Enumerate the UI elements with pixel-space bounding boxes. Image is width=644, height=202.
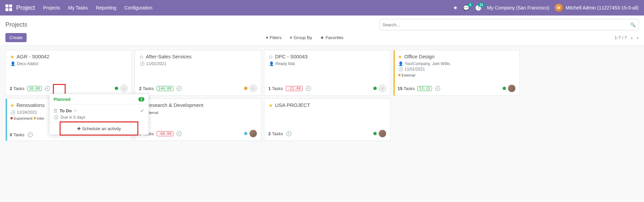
hours-badge: 144:00 [157,86,173,91]
star-icon[interactable]: ★ [10,54,14,60]
favorites-button[interactable]: ★Favorites [320,35,343,40]
activity-clock-icon[interactable]: 🕘 [27,132,33,137]
star-icon[interactable]: ☆ [268,54,273,60]
nav-configuration[interactable]: Configuration [124,5,152,10]
tag-dot [10,117,13,119]
pager-text: 1-7 / 7 [614,35,627,40]
clock-icon: 🕓 [398,67,403,71]
project-tags: Internal [146,111,257,115]
person-icon: 👤 [269,61,274,66]
person-icon: 👤 [10,61,15,66]
nav-my-tasks[interactable]: My Tasks [68,5,88,10]
avatar-icon[interactable]: ☺ [379,85,386,92]
hours-badge: -22:00 [286,86,303,91]
avatar-icon[interactable] [249,130,257,137]
activity-clock-icon[interactable]: 🕘 [435,86,440,91]
filter-icon: ▾ [266,35,268,40]
activity-popover: Planned 1 ☲ To Do ✎ ✔ 🕓 Due in 5 days ✚ … [49,94,149,135]
filters-button[interactable]: ▾Filters [266,35,281,40]
star-icon[interactable]: ★ [398,54,402,60]
search-input[interactable] [382,20,630,30]
project-card[interactable]: ★ AGR - S00042 👤 Deco Addict 2 Tasks 30:… [5,50,132,96]
project-date: 🕓 11/01/2021 [140,61,257,66]
search-icon[interactable]: 🔍 [630,22,636,27]
activity-clock-icon[interactable]: 🕘 [305,86,311,91]
pager-next-icon[interactable]: › [637,35,639,41]
avatar-icon[interactable] [379,130,386,137]
list-icon: ☲ [54,108,58,113]
nav-projects[interactable]: Projects [43,5,60,10]
user-name: Mitchell Admin (11227453-15-0-all) [566,5,639,10]
activity-clock-icon[interactable]: 🕘 [176,131,182,136]
project-date: 🕓 11/01/2021 [398,67,515,71]
groupby-icon: ≡ [290,35,292,40]
task-count[interactable]: 15 Tasks [398,86,415,91]
project-card[interactable]: ★ Research & Development Internal 2 Task… [135,98,261,141]
clock-icon: 🕓 [10,110,15,115]
star-icon[interactable]: ★ [268,102,273,109]
activity-clock-icon[interactable]: 🕘 [286,131,292,136]
avatar-icon[interactable] [508,85,515,92]
project-title: USA PROJECT [275,102,310,108]
activity-clock-icon[interactable]: 🕘 [44,86,50,91]
messages-badge: 5 [468,3,473,7]
project-card[interactable]: ★ USA PROJECT 2 Tasks 🕘 [264,98,391,141]
company-switcher[interactable]: My Company (San Francisco) [487,5,549,10]
done-icon[interactable]: ✔ [140,108,144,114]
plus-icon: ✚ [77,126,81,131]
project-title: Office Design [404,54,435,59]
project-tags: External [398,73,515,77]
search-box[interactable]: 🔍 [379,19,639,30]
task-count[interactable]: 2 Tasks [10,86,25,91]
pager-prev-icon[interactable]: ‹ [631,35,633,41]
card-color-bar [394,50,395,95]
messages-icon[interactable]: 💬5 [463,5,470,11]
project-customer: 👤 Ready Mat [269,61,386,66]
activities-icon[interactable]: 🕓21 [475,5,482,11]
project-title: After-Sales Services [146,54,192,59]
project-customer: 👤 Deco Addict [10,61,128,66]
status-dot[interactable] [244,87,247,90]
project-card[interactable]: ☆ After-Sales Services 🕓 11/01/2021 2 Ta… [135,50,261,96]
tag-dot [34,117,36,119]
status-dot[interactable] [373,132,377,135]
status-dot[interactable] [373,87,377,90]
status-dot[interactable] [503,87,506,90]
avatar-icon[interactable]: ☺ [120,85,128,92]
create-button[interactable]: Create [5,33,27,42]
hours-badge: -60:00 [157,131,173,136]
task-count[interactable]: 2 Tasks [139,86,154,91]
nav-reporting[interactable]: Reporting [96,5,116,10]
due-text: Due in 5 days [61,115,85,120]
hours-badge: 30:00 [27,86,42,91]
task-count[interactable]: 2 Tasks [268,131,283,136]
groupby-button[interactable]: ≡Group By [290,35,312,40]
project-card[interactable]: ☆ DPC - S00043 👤 Ready Mat 1 Tasks -22:0… [264,50,391,96]
activities-badge: 21 [478,3,485,7]
task-count[interactable]: 0 Tasks [10,132,25,137]
activity-clock-icon[interactable]: 🕘 [176,86,182,91]
person-icon: 👤 [398,61,403,66]
star-icon[interactable]: ★ [10,102,14,109]
brand-title: Project [16,4,35,11]
project-title: Renovations [16,102,44,108]
project-customer: 👤 YourCompany, Joel Willis [398,61,515,66]
apps-icon[interactable] [5,4,12,11]
status-dot[interactable] [244,132,247,135]
hours-badge: 53:15 [417,86,432,91]
bug-icon[interactable]: ✷ [453,5,457,11]
avatar-icon[interactable]: ☺ [249,85,257,92]
activity-type: To Do [60,108,72,113]
schedule-activity-button[interactable]: ✚ Schedule an activity [49,122,148,135]
breadcrumb: Projects [5,21,27,28]
edit-icon[interactable]: ✎ [74,109,77,113]
project-title: DPC - S00043 [275,54,308,59]
popover-count-badge: 1 [138,97,144,102]
project-title: Research & Development [146,102,203,108]
project-card[interactable]: ★ Office Design 👤 YourCompany, Joel Will… [393,50,520,96]
status-dot[interactable] [115,87,118,90]
user-avatar-icon: M [555,4,563,12]
star-icon[interactable]: ☆ [139,54,144,60]
task-count[interactable]: 1 Tasks [268,86,283,91]
user-menu[interactable]: M Mitchell Admin (11227453-15-0-all) [555,4,639,12]
